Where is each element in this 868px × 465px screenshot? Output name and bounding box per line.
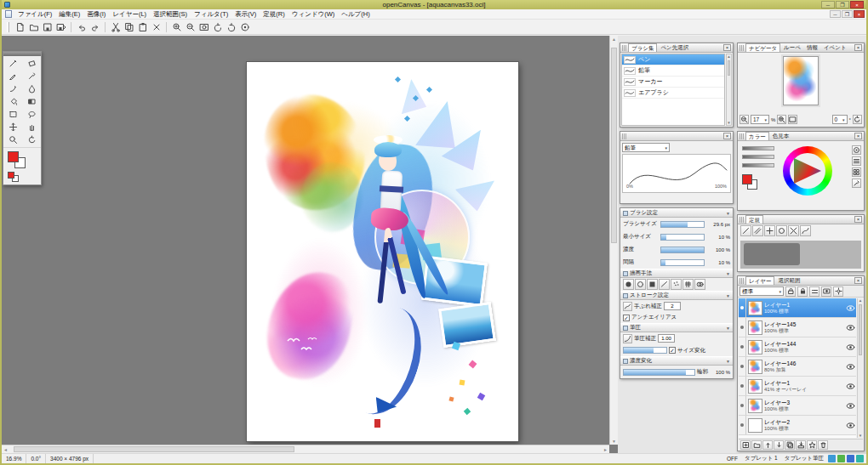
canvas[interactable]: [247, 62, 518, 441]
layer-eye-icon[interactable]: [845, 363, 856, 371]
blur-tool[interactable]: [22, 82, 41, 95]
tab-loupe[interactable]: ルーペ: [781, 43, 803, 52]
foreground-color-swatch[interactable]: [8, 151, 19, 162]
nav-zoom-out-button[interactable]: [740, 115, 749, 124]
panel-close-button[interactable]: ×: [723, 133, 731, 139]
clipping-button[interactable]: [809, 286, 819, 297]
stroke-mode-button[interactable]: [623, 302, 632, 311]
menu-file[interactable]: ファイル(F): [14, 9, 55, 20]
vertical-scroll-thumb[interactable]: [611, 48, 617, 243]
scroll-thumb[interactable]: [859, 304, 862, 355]
layer-row[interactable]: レイヤー1 41% オーバーレイ: [739, 377, 856, 396]
collapse-icon[interactable]: ▼: [726, 271, 730, 276]
minimize-button[interactable]: ─: [821, 1, 835, 9]
rgb-mini-slider[interactable]: [742, 162, 774, 168]
rgb-mini-slider[interactable]: [742, 145, 774, 151]
layer-thumbnail[interactable]: [748, 399, 762, 413]
document-icon[interactable]: [5, 10, 12, 18]
copy-button[interactable]: [123, 20, 135, 33]
panel-header[interactable]: ×: [620, 132, 733, 141]
section-stroke-settings[interactable]: ストローク設定 ▼: [620, 291, 733, 300]
save-button[interactable]: [41, 20, 54, 33]
method-texture-button[interactable]: [682, 279, 694, 290]
pressure-correction-value-box[interactable]: 1.00: [658, 334, 675, 343]
menu-ruler[interactable]: 定規(R): [260, 9, 288, 20]
brush-list-scrollbar[interactable]: ▲ ▼: [726, 54, 732, 126]
layer-eye-icon[interactable]: [845, 422, 856, 429]
panel-close-button[interactable]: ×: [854, 216, 862, 223]
move-tool[interactable]: [3, 121, 22, 133]
brush-tool[interactable]: [3, 82, 22, 95]
ruler-cross-button[interactable]: [764, 225, 775, 236]
status-pen-icon[interactable]: [847, 455, 854, 462]
save-as-button[interactable]: [54, 20, 67, 33]
rotate-canvas-tool[interactable]: [22, 133, 41, 146]
layer-pen-cell[interactable]: [739, 298, 746, 317]
pressure-slider[interactable]: [623, 347, 667, 354]
rotate-left-button[interactable]: [211, 20, 224, 33]
panel-header[interactable]: カラー 色見本 ×: [738, 132, 864, 141]
menu-edit[interactable]: 編集(E): [55, 9, 83, 20]
lock-alpha-button[interactable]: [785, 286, 796, 297]
tab-event[interactable]: イベント: [821, 43, 849, 52]
pen-tool[interactable]: [3, 57, 22, 70]
menu-image[interactable]: 画像(I): [83, 9, 109, 20]
scroll-up-icon[interactable]: ▲: [610, 37, 618, 42]
scroll-left-icon[interactable]: ◄: [3, 447, 8, 452]
ruler-curve-button[interactable]: [800, 225, 811, 236]
current-color-swatch[interactable]: [742, 174, 752, 184]
nav-fit-button[interactable]: [788, 115, 797, 124]
layer-row[interactable]: レイヤー144 100% 標準: [739, 337, 856, 357]
titlebar[interactable]: openCanvas - [aquacanvas33.oci] ─ ❐ ×: [2, 0, 866, 9]
move-layer-down-button[interactable]: [774, 440, 784, 450]
zoom-in-button[interactable]: [170, 20, 183, 33]
layer-list-scrollbar[interactable]: ▲ ▼: [857, 298, 863, 438]
layer-row[interactable]: レイヤー145 100% 標準: [739, 318, 856, 337]
lock-layer-button[interactable]: [797, 286, 808, 297]
tab-swatches[interactable]: 色見本: [770, 132, 792, 140]
layer-row[interactable]: レイヤー3 100% 標準: [739, 396, 856, 416]
method-flat-button[interactable]: [659, 279, 670, 290]
pressure-curve-button[interactable]: [623, 334, 632, 343]
panel-close-button[interactable]: ×: [854, 44, 862, 51]
zoom-tool[interactable]: [3, 133, 22, 146]
method-spray-button[interactable]: [671, 279, 682, 290]
layer-effect-button[interactable]: [807, 440, 817, 450]
panel-close-button[interactable]: ×: [854, 277, 862, 284]
cut-button[interactable]: [109, 20, 122, 33]
layer-row[interactable]: レイヤー2 100% 標準: [739, 416, 856, 435]
menu-window[interactable]: ウィンドウ(W): [288, 9, 338, 20]
brush-item[interactable]: エアブラシ: [622, 88, 724, 99]
canvas-area[interactable]: ▲ ▼ ◄ ►: [2, 36, 618, 453]
opacity-slider[interactable]: [660, 247, 705, 253]
status-pressure-icon[interactable]: [837, 455, 845, 462]
ruler-line-button[interactable]: [740, 225, 751, 236]
method-square-button[interactable]: [647, 279, 658, 290]
status-tablet-icon[interactable]: [828, 455, 836, 462]
mdi-restore-button[interactable]: ❐: [842, 10, 853, 18]
slider-track[interactable]: [742, 163, 774, 167]
color-picker-mode-button[interactable]: [852, 179, 861, 188]
section-pressure[interactable]: 筆圧 ▼: [620, 323, 733, 332]
layer-pen-cell[interactable]: [739, 337, 746, 356]
menu-view[interactable]: 表示(V): [231, 9, 260, 20]
tool-palette[interactable]: [3, 51, 42, 185]
layer-thumbnail[interactable]: [748, 360, 762, 374]
undo-button[interactable]: [75, 20, 88, 33]
zoom-out-button[interactable]: [184, 20, 197, 33]
layer-row[interactable]: レイヤー146 80% 加算: [739, 357, 856, 377]
layer-eye-icon[interactable]: [845, 343, 856, 351]
pencil-tool[interactable]: [3, 70, 22, 82]
method-blend-button[interactable]: [694, 279, 705, 290]
layer-thumbnail[interactable]: [748, 379, 762, 394]
dropper-tool[interactable]: [22, 70, 41, 82]
tab-info[interactable]: 情報: [804, 43, 820, 52]
ruler-focus-lines-button[interactable]: [788, 225, 799, 236]
brush-preview-dropdown[interactable]: 鉛筆 ▾: [622, 143, 670, 152]
section-brush-settings[interactable]: ブラシ設定 ▼: [620, 208, 733, 218]
zoom-fit-button[interactable]: [197, 20, 210, 33]
eraser-tool[interactable]: [22, 57, 41, 70]
hand-tool[interactable]: [22, 121, 41, 133]
layer-pen-cell[interactable]: [739, 318, 746, 337]
scroll-thumb[interactable]: [728, 60, 730, 76]
